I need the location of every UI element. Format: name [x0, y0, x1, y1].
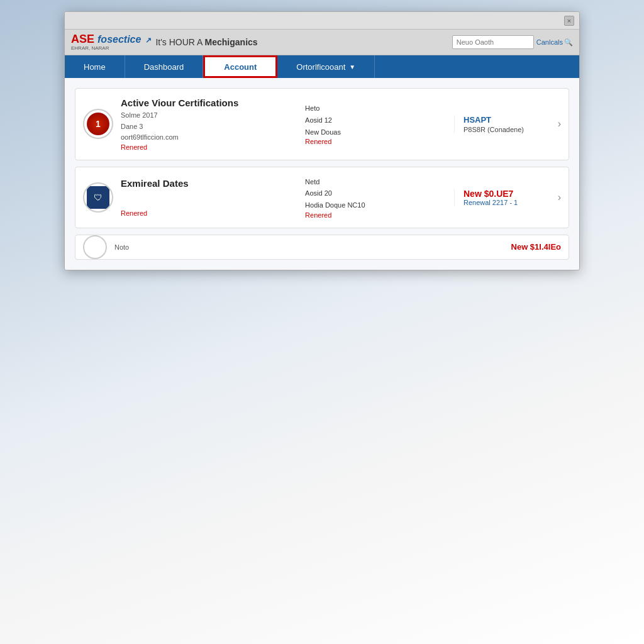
- cert-status-addr-2: Renered: [305, 211, 447, 219]
- search-button-label: Canlcals: [536, 38, 563, 46]
- search-button[interactable]: Canlcals 🔍: [536, 38, 573, 47]
- search-area: Canlcals 🔍: [452, 35, 573, 49]
- tagline-bold: Mechiganics: [205, 37, 258, 47]
- addr-line2-1: Aosid 12: [305, 114, 447, 126]
- cert-info-1: Solme 2017 Dane 3 oort69tlficcion.com: [121, 110, 297, 143]
- cert-info-line1: Solme 2017: [121, 111, 158, 119]
- cert-title-2: Exmireal Dates: [121, 178, 297, 189]
- addr-line1-1: Heto: [305, 103, 447, 114]
- content-area: 1 Active Viour Certifications Solme 2017…: [65, 78, 579, 270]
- partial-details: Noto: [114, 243, 504, 251]
- toolbar: ASE fosectice ↗ EHRAR, NARAR It's HOUR A…: [65, 30, 579, 55]
- browser-window: × ASE fosectice ↗ EHRAR, NARAR It's HOUR…: [64, 11, 580, 270]
- search-input[interactable]: [452, 35, 534, 49]
- brand-logo: ASE fosectice ↗ EHRAR, NARAR: [71, 33, 152, 51]
- addr-line3-2: Hodia Doque NC10: [305, 199, 447, 211]
- cert-card-1: 1 Active Viour Certifications Solme 2017…: [75, 88, 569, 160]
- cert-action-content-2: New $0.UE7 Renewal 2217 - 1: [464, 189, 552, 206]
- tagline-prefix: It's HOUR A: [155, 37, 204, 47]
- cert-address-1: Heto Aosid 12 New Douas Renered: [305, 103, 447, 145]
- nav-home[interactable]: Home: [65, 55, 125, 78]
- brand-subtitle: EHRAR, NARAR: [71, 45, 152, 51]
- cert-action-price-2: New $0.UE7: [464, 189, 552, 199]
- brand-ase-text: ASE: [71, 33, 94, 45]
- brand-area: ASE fosectice ↗ EHRAR, NARAR It's HOUR A…: [71, 33, 258, 51]
- cert-shield-icon: 🛡: [87, 186, 109, 209]
- brand-tagline: It's HOUR A Mechiganics: [155, 37, 257, 47]
- cert-address-2: Netd Aosid 20 Hodia Doque NC10 Renered: [305, 176, 447, 219]
- chevron-right-icon-1[interactable]: ›: [558, 118, 561, 130]
- cert-action-subtitle-1: P8S8R (Conadene): [464, 126, 552, 133]
- cert-icon-2: 🛡: [83, 182, 113, 213]
- cert-status-2: Renered: [121, 209, 297, 217]
- cert-title-1: Active Viour Certifications: [121, 97, 297, 108]
- cert-action-2: New $0.UE7 Renewal 2217 - 1 ›: [454, 189, 561, 206]
- nav-other-label: Ortorlficooant: [296, 62, 345, 72]
- cert-info-line3: oort69tlficcion.com: [121, 133, 179, 141]
- search-icon: 🔍: [564, 38, 573, 47]
- nav-account[interactable]: Account: [203, 55, 277, 78]
- cert-info-line2: Dane 3: [121, 123, 143, 130]
- brand-ase: ASE fosectice ↗: [71, 33, 152, 45]
- brand-icon: ↗: [145, 36, 152, 45]
- cert-badge-icon: 1: [87, 113, 109, 135]
- partial-card: Noto New $1l.4lEo: [75, 235, 569, 260]
- partial-price: New $1l.4lEo: [511, 242, 561, 252]
- cert-action-content-1: HSAPT P8S8R (Conadene): [464, 115, 552, 133]
- nav-bar: Home Dashboard Account Ortorlficooant ▼: [65, 55, 579, 78]
- titlebar: ×: [65, 12, 579, 30]
- nav-dashboard[interactable]: Dashboard: [125, 55, 204, 78]
- shield-symbol: 🛡: [94, 192, 103, 203]
- addr-line3-1: New Douas: [305, 126, 447, 138]
- brand-name: fosectice: [97, 34, 141, 45]
- partial-icon: [83, 235, 107, 259]
- cert-status-1: Renered: [121, 143, 297, 151]
- cert-details-1: Active Viour Certifications Solme 2017 D…: [121, 97, 297, 151]
- chevron-right-icon-2[interactable]: ›: [558, 192, 561, 203]
- close-button[interactable]: ×: [564, 16, 574, 26]
- chevron-down-icon: ▼: [349, 64, 355, 70]
- addr-line2-2: Aosid 20: [305, 187, 447, 199]
- cert-action-renewal-2: Renewal 2217 - 1: [464, 199, 552, 206]
- cert-status-addr-1: Renered: [305, 138, 447, 145]
- cert-action-1: HSAPT P8S8R (Conadene) ›: [454, 115, 561, 133]
- cert-action-title-1: HSAPT: [464, 115, 552, 126]
- nav-other[interactable]: Ortorlficooant ▼: [277, 55, 375, 78]
- cert-card-2: 🛡 Exmireal Dates Renered Netd Aosid 20 H…: [75, 167, 569, 228]
- cert-details-2: Exmireal Dates Renered: [121, 178, 297, 217]
- cert-icon-1: 1: [83, 109, 113, 139]
- addr-line1-2: Netd: [305, 176, 447, 188]
